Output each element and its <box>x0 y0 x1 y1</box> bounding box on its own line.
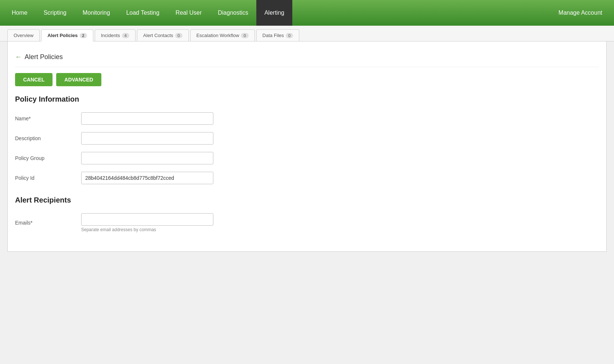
nav-real-user[interactable]: Real User <box>167 0 210 26</box>
name-input[interactable] <box>81 112 213 125</box>
emails-input-wrapper: Separate email addresses by commas <box>81 213 213 232</box>
emails-input[interactable] <box>81 213 213 226</box>
policy-id-input[interactable] <box>81 172 213 184</box>
tab-incidents[interactable]: Incidents4 <box>95 29 136 41</box>
breadcrumb: ← Alert Policies <box>15 49 599 67</box>
tab-overview[interactable]: Overview <box>7 29 40 41</box>
description-input[interactable] <box>81 132 213 145</box>
description-label: Description <box>15 135 81 141</box>
policy-id-input-wrapper <box>81 172 213 184</box>
tabs-bar: Overview Alert Policies2 Incidents4 Aler… <box>0 26 614 41</box>
emails-row: Emails* Separate email addresses by comm… <box>15 213 599 232</box>
nav-monitoring[interactable]: Monitoring <box>75 0 118 26</box>
alert-recipients-section: Alert Recipients Emails* Separate email … <box>15 196 599 232</box>
policy-info-header: Policy Information <box>15 95 599 103</box>
action-buttons: CANCEL ADVANCED <box>15 73 599 86</box>
policy-id-row: Policy Id <box>15 172 599 184</box>
emails-label: Emails* <box>15 220 81 226</box>
policy-information-section: Policy Information Name* Description Pol… <box>15 95 599 184</box>
top-nav: Home Scripting Monitoring Load Testing R… <box>0 0 614 26</box>
page-title: Alert Policies <box>25 53 63 61</box>
nav-alerting[interactable]: Alerting <box>256 0 292 26</box>
advanced-button[interactable]: ADVANCED <box>56 73 101 86</box>
description-row: Description <box>15 132 599 145</box>
policy-id-label: Policy Id <box>15 175 81 181</box>
cancel-button[interactable]: CANCEL <box>15 73 53 86</box>
policy-group-row: Policy Group <box>15 152 599 164</box>
tab-escalation-workflow[interactable]: Escalation Workflow0 <box>190 29 255 41</box>
tab-alert-policies[interactable]: Alert Policies2 <box>41 29 93 41</box>
name-label: Name* <box>15 116 81 121</box>
main-content: ← Alert Policies CANCEL ADVANCED Policy … <box>7 41 607 252</box>
description-input-wrapper <box>81 132 213 145</box>
emails-hint: Separate email addresses by commas <box>81 227 213 232</box>
tab-alert-contacts[interactable]: Alert Contacts0 <box>137 29 189 41</box>
back-arrow[interactable]: ← <box>15 53 22 61</box>
policy-group-input[interactable] <box>81 152 213 164</box>
nav-diagnostics[interactable]: Diagnostics <box>210 0 256 26</box>
policy-group-label: Policy Group <box>15 155 81 161</box>
nav-home[interactable]: Home <box>4 0 36 26</box>
alert-recipients-header: Alert Recipients <box>15 196 599 204</box>
tab-data-files[interactable]: Data Files0 <box>256 29 300 41</box>
name-input-wrapper <box>81 112 213 125</box>
nav-scripting[interactable]: Scripting <box>36 0 75 26</box>
nav-manage-account[interactable]: Manage Account <box>550 0 610 26</box>
nav-load-testing[interactable]: Load Testing <box>118 0 167 26</box>
name-row: Name* <box>15 112 599 125</box>
policy-group-input-wrapper <box>81 152 213 164</box>
